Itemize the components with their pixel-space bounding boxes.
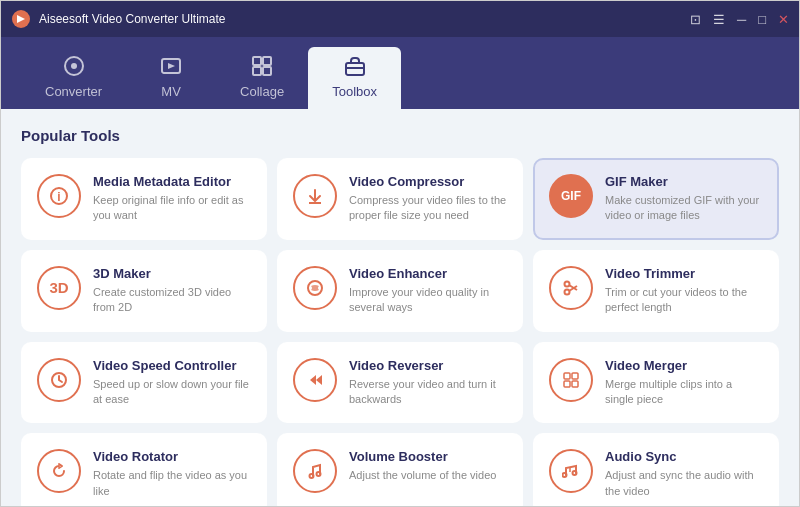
tool-name-3d-maker: 3D Maker [93, 266, 251, 281]
tool-info-media-metadata: Media Metadata Editor Keep original file… [93, 174, 251, 224]
svg-rect-6 [253, 67, 261, 75]
tool-info-video-speed: Video Speed Controller Speed up or slow … [93, 358, 251, 408]
tool-desc-media-metadata: Keep original file info or edit as you w… [93, 193, 251, 224]
tool-name-gif-maker: GIF Maker [605, 174, 763, 189]
tool-info-video-trimmer: Video Trimmer Trim or cut your videos to… [605, 266, 763, 316]
tools-grid: i Media Metadata Editor Keep original fi… [21, 158, 779, 507]
svg-rect-21 [564, 381, 570, 387]
tool-name-video-trimmer: Video Trimmer [605, 266, 763, 281]
svg-point-26 [573, 471, 577, 475]
tool-icon-video-trimmer [549, 266, 593, 310]
tab-collage-label: Collage [240, 84, 284, 99]
nav-tabs: Converter MV Collage [1, 37, 799, 109]
maximize-btn[interactable]: □ [758, 12, 766, 27]
svg-text:i: i [57, 190, 60, 204]
tool-name-video-compressor: Video Compressor [349, 174, 507, 189]
tab-collage[interactable]: Collage [216, 47, 308, 109]
tool-desc-video-reverser: Reverse your video and turn it backwards [349, 377, 507, 408]
tool-card-volume-booster[interactable]: Volume Booster Adjust the volume of the … [277, 433, 523, 507]
tool-card-video-speed[interactable]: Video Speed Controller Speed up or slow … [21, 342, 267, 424]
tool-name-video-enhancer: Video Enhancer [349, 266, 507, 281]
svg-rect-22 [572, 381, 578, 387]
svg-rect-19 [564, 373, 570, 379]
tool-card-video-rotator[interactable]: Video Rotator Rotate and flip the video … [21, 433, 267, 507]
tab-mv-label: MV [161, 84, 181, 99]
tool-card-video-merger[interactable]: Video Merger Merge multiple clips into a… [533, 342, 779, 424]
tool-info-audio-sync: Audio Sync Adjust and sync the audio wit… [605, 449, 763, 499]
tool-icon-video-merger [549, 358, 593, 402]
tool-desc-audio-sync: Adjust and sync the audio with the video [605, 468, 763, 499]
svg-rect-4 [253, 57, 261, 65]
tool-desc-gif-maker: Make customized GIF with your video or i… [605, 193, 763, 224]
tool-info-volume-booster: Volume Booster Adjust the volume of the … [349, 449, 496, 483]
svg-rect-20 [572, 373, 578, 379]
tool-info-video-merger: Video Merger Merge multiple clips into a… [605, 358, 763, 408]
tool-icon-video-speed [37, 358, 81, 402]
tool-card-gif-maker[interactable]: GIF GIF Maker Make customized GIF with y… [533, 158, 779, 240]
tool-card-3d-maker[interactable]: 3D 3D Maker Create customized 3D video f… [21, 250, 267, 332]
svg-point-25 [563, 473, 567, 477]
tool-desc-video-compressor: Compress your video files to the proper … [349, 193, 507, 224]
tool-icon-volume-booster [293, 449, 337, 493]
tool-name-volume-booster: Volume Booster [349, 449, 496, 464]
tool-info-gif-maker: GIF Maker Make customized GIF with your … [605, 174, 763, 224]
tool-card-video-reverser[interactable]: Video Reverser Reverse your video and tu… [277, 342, 523, 424]
tool-icon-video-rotator [37, 449, 81, 493]
tab-mv[interactable]: MV [126, 47, 216, 109]
tool-info-video-enhancer: Video Enhancer Improve your video qualit… [349, 266, 507, 316]
tool-desc-video-enhancer: Improve your video quality in several wa… [349, 285, 507, 316]
tool-icon-3d-maker: 3D [37, 266, 81, 310]
tool-icon-audio-sync [549, 449, 593, 493]
tool-info-3d-maker: 3D Maker Create customized 3D video from… [93, 266, 251, 316]
svg-point-24 [317, 472, 321, 476]
title-bar: Aiseesoft Video Converter Ultimate ⊡ ☰ ─… [1, 1, 799, 37]
collage-icon [251, 55, 273, 80]
tool-info-video-reverser: Video Reverser Reverse your video and tu… [349, 358, 507, 408]
tool-name-video-speed: Video Speed Controller [93, 358, 251, 373]
caption-btn[interactable]: ⊡ [690, 12, 701, 27]
tool-icon-video-compressor [293, 174, 337, 218]
tool-desc-3d-maker: Create customized 3D video from 2D [93, 285, 251, 316]
tab-toolbox-label: Toolbox [332, 84, 377, 99]
tool-icon-video-reverser [293, 358, 337, 402]
tool-card-video-trimmer[interactable]: Video Trimmer Trim or cut your videos to… [533, 250, 779, 332]
app-title: Aiseesoft Video Converter Ultimate [39, 12, 690, 26]
converter-icon [63, 55, 85, 80]
svg-rect-7 [263, 67, 271, 75]
content-area: Popular Tools i Media Metadata Editor Ke… [1, 109, 799, 507]
tool-card-media-metadata[interactable]: i Media Metadata Editor Keep original fi… [21, 158, 267, 240]
tool-name-video-rotator: Video Rotator [93, 449, 251, 464]
window-controls: ⊡ ☰ ─ □ ✕ [690, 12, 789, 27]
tool-card-video-enhancer[interactable]: Video Enhancer Improve your video qualit… [277, 250, 523, 332]
svg-point-23 [310, 474, 314, 478]
app-logo [11, 9, 31, 29]
tool-desc-video-merger: Merge multiple clips into a single piece [605, 377, 763, 408]
tool-name-audio-sync: Audio Sync [605, 449, 763, 464]
tool-desc-video-rotator: Rotate and flip the video as you like [93, 468, 251, 499]
tool-desc-video-speed: Speed up or slow down your file at ease [93, 377, 251, 408]
tool-name-video-reverser: Video Reverser [349, 358, 507, 373]
tab-toolbox[interactable]: Toolbox [308, 47, 401, 109]
tab-converter[interactable]: Converter [21, 47, 126, 109]
tool-info-video-compressor: Video Compressor Compress your video fil… [349, 174, 507, 224]
tool-icon-gif-maker: GIF [549, 174, 593, 218]
tool-card-video-compressor[interactable]: Video Compressor Compress your video fil… [277, 158, 523, 240]
svg-point-2 [71, 63, 77, 69]
tool-card-audio-sync[interactable]: Audio Sync Adjust and sync the audio wit… [533, 433, 779, 507]
minimize-btn[interactable]: ─ [737, 12, 746, 27]
tool-icon-media-metadata: i [37, 174, 81, 218]
menu-btn[interactable]: ☰ [713, 12, 725, 27]
mv-icon [160, 55, 182, 80]
tool-icon-video-enhancer [293, 266, 337, 310]
svg-rect-5 [263, 57, 271, 65]
tool-name-media-metadata: Media Metadata Editor [93, 174, 251, 189]
section-title: Popular Tools [21, 127, 779, 144]
tool-desc-volume-booster: Adjust the volume of the video [349, 468, 496, 483]
tool-name-video-merger: Video Merger [605, 358, 763, 373]
tool-desc-video-trimmer: Trim or cut your videos to the perfect l… [605, 285, 763, 316]
tool-info-video-rotator: Video Rotator Rotate and flip the video … [93, 449, 251, 499]
tab-converter-label: Converter [45, 84, 102, 99]
close-btn[interactable]: ✕ [778, 12, 789, 27]
toolbox-icon [344, 55, 366, 80]
